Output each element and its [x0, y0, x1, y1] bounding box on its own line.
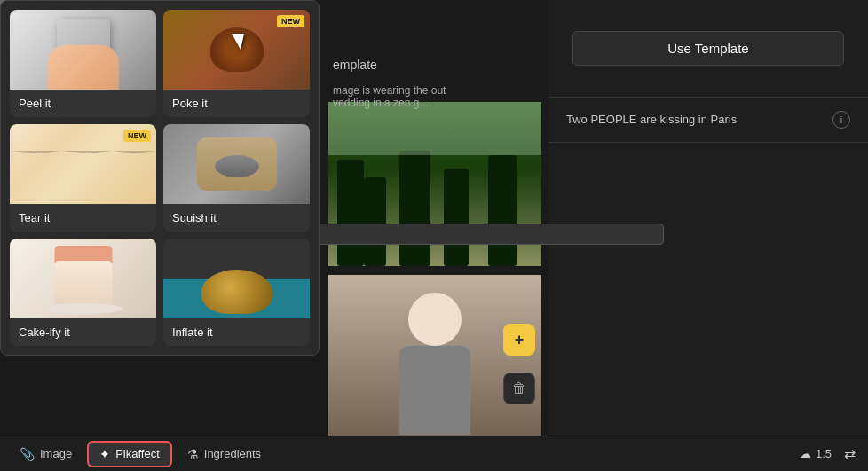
cursor-shape [232, 34, 244, 50]
pikaffect-icon: ✦ [99, 447, 110, 461]
ingredients-icon: ⚗ [187, 447, 199, 461]
ingredients-label: Ingredients [204, 447, 261, 460]
share-button[interactable]: ⇄ [840, 442, 859, 466]
inflate-label: Inflate it [163, 318, 310, 346]
speed-value: 1.5 [816, 447, 832, 460]
pikaffect-label: Pikaffect [115, 447, 160, 460]
image-icon: 📎 [20, 447, 35, 461]
poke-thumb: NEW [163, 10, 310, 90]
effect-peel[interactable]: Peel it [10, 10, 156, 117]
effect-tear[interactable]: NEW Tear it [10, 124, 156, 232]
poke-new-badge: NEW [277, 15, 304, 27]
effect-cakeify[interactable]: Cake-ify it [10, 239, 156, 346]
template-label: emplate [333, 58, 377, 72]
delete-icon: 🗑 [512, 381, 526, 396]
right-panel: Use Template Two PEOPLE are kissing in P… [548, 0, 868, 444]
squish-object [215, 155, 259, 177]
cloud-icon: ☁ [800, 447, 811, 460]
image-label: Image [40, 447, 72, 460]
pikaffect-dropdown: Peel it NEW Poke it NEW [0, 0, 320, 356]
cursor-overlay [232, 34, 258, 60]
tear-new-badge: NEW [123, 130, 151, 142]
peel-thumb [10, 10, 156, 90]
effect-poke[interactable]: NEW Poke it [163, 10, 310, 117]
cake-body [54, 261, 112, 305]
info-icon[interactable]: i [832, 111, 850, 129]
description-row: Two PEOPLE are kissing in Paris i [566, 111, 850, 129]
main-container: Pika 2.0 ⇄ Use Template Two PEOPLE are k… [0, 0, 868, 471]
description-text: Two PEOPLE are kissing in Paris [566, 111, 737, 129]
inflate-thumb [163, 239, 310, 318]
tear-thumb: NEW [10, 124, 156, 204]
speed-control: ☁ 1.5 [800, 447, 832, 460]
peel-label: Peel it [10, 90, 156, 117]
toolbar-right: ☁ 1.5 ⇄ [800, 442, 859, 466]
pikaffect-button[interactable]: ✦ Pikaffect [87, 441, 172, 467]
right-panel-header: Use Template [548, 0, 868, 98]
effect-squish[interactable]: Squish it [163, 124, 310, 232]
poke-label: Poke it [163, 90, 310, 117]
cake-plate [43, 303, 123, 314]
cakeify-label: Cake-ify it [10, 318, 156, 346]
image-button[interactable]: 📎 Image [9, 443, 83, 466]
add-button[interactable]: + [503, 324, 535, 356]
ingredients-button[interactable]: ⚗ Ingredients [177, 443, 272, 466]
person-image [328, 275, 541, 444]
use-template-button[interactable]: Use Template [572, 31, 844, 66]
cakeify-thumb [10, 239, 156, 318]
right-panel-description: Two PEOPLE are kissing in Paris i [548, 98, 868, 143]
inflate-bowl [201, 270, 272, 314]
middle-description: mage is wearing the out vedding in a zen… [333, 84, 446, 109]
effects-grid: Peel it NEW Poke it NEW [10, 10, 310, 346]
peel-hands-visual [48, 45, 119, 90]
effect-inflate[interactable]: Inflate it [163, 239, 310, 346]
squish-thumb [163, 124, 310, 204]
delete-button[interactable]: 🗑 [503, 373, 535, 404]
bottom-toolbar: 📎 Image ✦ Pikaffect ⚗ Ingredients ☁ 1.5 … [0, 436, 868, 471]
squish-label: Squish it [163, 204, 310, 232]
add-icon: + [515, 331, 525, 349]
tear-label: Tear it [10, 204, 156, 232]
